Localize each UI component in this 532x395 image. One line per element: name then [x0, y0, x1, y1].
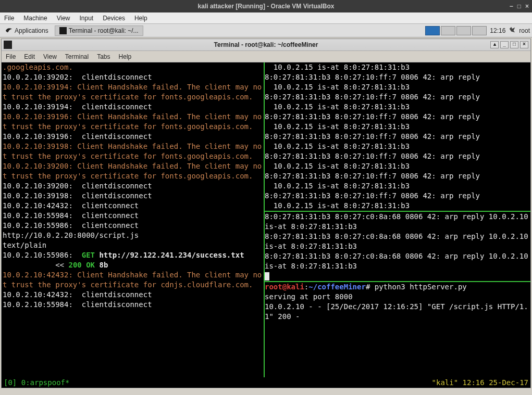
vbox-menu-input[interactable]: Input	[80, 15, 94, 22]
term-menu-file[interactable]: File	[6, 53, 16, 60]
vbox-menu-help[interactable]: Help	[134, 15, 147, 22]
term-menu-view[interactable]: View	[43, 53, 57, 60]
httpserver-pane[interactable]: root@kali:~/coffeeMiner# python3 httpSer…	[265, 281, 530, 322]
workspace-3[interactable]	[456, 26, 471, 35]
terminal-icon	[4, 41, 12, 49]
vbox-title: kali attacker [Running] - Oracle VM Virt…	[198, 3, 335, 10]
terminal-title: Terminal - root@kali: ~/coffeeMiner	[214, 41, 318, 48]
workspace-1[interactable]	[425, 26, 440, 35]
tmux-pane-right[interactable]: 10.0.2.15 is-at 8:0:27:81:31:b3 8:0:27:8…	[264, 62, 530, 377]
vbox-menu-file[interactable]: File	[4, 15, 14, 22]
taskbar-item-terminal[interactable]: Terminal - root@kali: ~/...	[55, 26, 143, 36]
minimize-button[interactable]: _	[500, 41, 509, 48]
tmux-status-right: "kali" 12:16 25-Dec-17	[432, 378, 528, 387]
tmux-statusbar: [0] 0:arpspoof* "kali" 12:16 25-Dec-17	[2, 377, 530, 388]
screenshot-icon[interactable]	[509, 26, 516, 35]
term-menu-terminal[interactable]: Terminal	[65, 53, 89, 60]
applications-menu[interactable]: Applications	[2, 27, 52, 34]
applications-label: Applications	[15, 27, 48, 34]
term-menu-tabs[interactable]: Tabs	[97, 53, 110, 60]
maximize-button[interactable]: □	[510, 41, 518, 48]
panel-user[interactable]: root	[519, 27, 530, 34]
shade-button[interactable]: ▴	[490, 41, 499, 48]
vbox-menubar: File Machine View Input Devices Help	[0, 12, 532, 24]
workspace-4[interactable]	[472, 26, 487, 35]
terminal-icon	[59, 27, 67, 34]
vbox-close-button[interactable]: ×	[525, 3, 529, 10]
kali-dragon-icon	[5, 27, 13, 34]
term-menu-edit[interactable]: Edit	[24, 53, 35, 60]
term-menu-help[interactable]: Help	[119, 53, 132, 60]
tmux-status-left: [0] 0:arpspoof*	[4, 378, 69, 387]
arpspoof-pane-top[interactable]: 10.0.2.15 is-at 8:0:27:81:31:b3 8:0:27:8…	[265, 62, 530, 211]
arpspoof-pane-mid[interactable]: 8:0:27:81:31:b3 8:0:27:c0:8a:68 0806 42:…	[265, 211, 530, 281]
workspace-2[interactable]	[441, 26, 455, 35]
terminal-window: Terminal - root@kali: ~/coffeeMiner ▴ _ …	[1, 39, 531, 388]
tmux-pane-left[interactable]: .googleapis.com.10.0.2.10:39202: clientd…	[2, 62, 264, 377]
panel-clock[interactable]: 12:16	[490, 27, 505, 34]
workspace-switcher[interactable]	[425, 26, 487, 35]
tmux-panes: .googleapis.com.10.0.2.10:39202: clientd…	[2, 62, 530, 377]
close-button[interactable]: ×	[520, 41, 528, 48]
terminal-menubar: File Edit View Terminal Tabs Help	[2, 51, 530, 62]
vbox-minimize-button[interactable]: −	[510, 3, 513, 10]
vbox-titlebar: kali attacker [Running] - Oracle VM Virt…	[0, 0, 532, 12]
vbox-menu-devices[interactable]: Devices	[103, 15, 125, 22]
terminal-titlebar[interactable]: Terminal - root@kali: ~/coffeeMiner ▴ _ …	[2, 39, 530, 51]
taskbar-item-label: Terminal - root@kali: ~/...	[69, 27, 139, 34]
vbox-menu-machine[interactable]: Machine	[23, 15, 47, 22]
vbox-menu-view[interactable]: View	[57, 15, 70, 22]
vbox-maximize-button[interactable]: □	[517, 3, 521, 10]
xfce-panel: Applications Terminal - root@kali: ~/...…	[0, 24, 532, 37]
